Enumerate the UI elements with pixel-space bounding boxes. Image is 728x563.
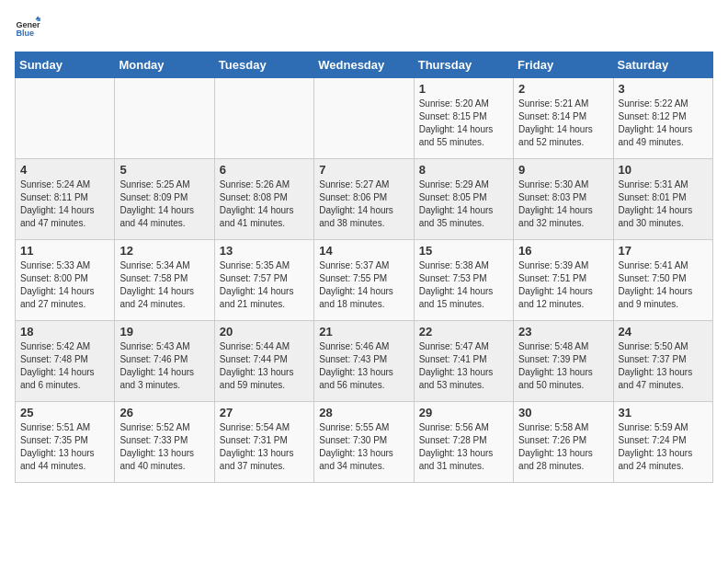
day-info: Sunrise: 5:31 AM Sunset: 8:01 PM Dayligh…: [619, 178, 708, 230]
day-info: Sunrise: 5:43 AM Sunset: 7:46 PM Dayligh…: [119, 340, 209, 392]
day-info: Sunrise: 5:34 AM Sunset: 7:58 PM Dayligh…: [119, 259, 209, 311]
day-number: 29: [419, 406, 508, 419]
day-number: 6: [220, 163, 309, 177]
calendar-body: 1Sunrise: 5:20 AM Sunset: 8:15 PM Daylig…: [16, 78, 713, 483]
calendar-cell: 16Sunrise: 5:39 AM Sunset: 7:51 PM Dayli…: [514, 240, 613, 321]
day-number: 21: [319, 325, 408, 339]
calendar-cell: 27Sunrise: 5:54 AM Sunset: 7:31 PM Dayli…: [214, 402, 313, 483]
day-number: 18: [20, 325, 109, 339]
calendar-cell: 15Sunrise: 5:38 AM Sunset: 7:53 PM Dayli…: [414, 240, 513, 321]
calendar-cell: [16, 78, 115, 159]
day-number: 23: [518, 325, 608, 339]
day-info: Sunrise: 5:22 AM Sunset: 8:12 PM Dayligh…: [619, 98, 708, 149]
day-info: Sunrise: 5:37 AM Sunset: 7:55 PM Dayligh…: [319, 259, 408, 311]
day-number: 19: [119, 325, 209, 339]
day-info: Sunrise: 5:30 AM Sunset: 8:03 PM Dayligh…: [518, 178, 608, 230]
calendar-cell: 26Sunrise: 5:52 AM Sunset: 7:33 PM Dayli…: [115, 402, 214, 483]
calendar-cell: 9Sunrise: 5:30 AM Sunset: 8:03 PM Daylig…: [514, 159, 613, 240]
calendar-cell: 25Sunrise: 5:51 AM Sunset: 7:35 PM Dayli…: [16, 402, 115, 483]
day-info: Sunrise: 5:38 AM Sunset: 7:53 PM Dayligh…: [419, 259, 508, 311]
day-number: 22: [419, 325, 508, 339]
day-number: 31: [619, 406, 708, 419]
day-number: 3: [619, 82, 708, 96]
day-number: 25: [20, 406, 109, 419]
day-number: 1: [419, 82, 508, 96]
calendar-cell: 22Sunrise: 5:47 AM Sunset: 7:41 PM Dayli…: [414, 321, 513, 402]
calendar-cell: 3Sunrise: 5:22 AM Sunset: 8:12 PM Daylig…: [613, 78, 712, 159]
day-number: 15: [419, 244, 508, 258]
day-number: 11: [20, 244, 109, 258]
weekday-header-thursday: Thursday: [414, 52, 513, 78]
calendar-cell: 23Sunrise: 5:48 AM Sunset: 7:39 PM Dayli…: [514, 321, 613, 402]
calendar-cell: 5Sunrise: 5:25 AM Sunset: 8:09 PM Daylig…: [115, 159, 214, 240]
calendar-cell: 29Sunrise: 5:56 AM Sunset: 7:28 PM Dayli…: [414, 402, 513, 483]
calendar-cell: 11Sunrise: 5:33 AM Sunset: 8:00 PM Dayli…: [16, 240, 115, 321]
day-number: 13: [220, 244, 309, 258]
svg-text:Blue: Blue: [16, 29, 34, 38]
day-number: 30: [518, 406, 608, 419]
day-number: 12: [119, 244, 209, 258]
weekday-header-monday: Monday: [115, 52, 214, 78]
calendar-cell: 14Sunrise: 5:37 AM Sunset: 7:55 PM Dayli…: [314, 240, 414, 321]
weekday-header-friday: Friday: [514, 52, 613, 78]
day-info: Sunrise: 5:50 AM Sunset: 7:37 PM Dayligh…: [619, 340, 708, 392]
week-row-2: 4Sunrise: 5:24 AM Sunset: 8:11 PM Daylig…: [16, 159, 713, 240]
calendar-cell: 20Sunrise: 5:44 AM Sunset: 7:44 PM Dayli…: [214, 321, 313, 402]
day-number: 27: [220, 406, 309, 419]
weekday-header-tuesday: Tuesday: [214, 52, 313, 78]
calendar-cell: 18Sunrise: 5:42 AM Sunset: 7:48 PM Dayli…: [16, 321, 115, 402]
day-number: 8: [419, 163, 508, 177]
week-row-4: 18Sunrise: 5:42 AM Sunset: 7:48 PM Dayli…: [16, 321, 713, 402]
day-number: 4: [20, 163, 109, 177]
calendar-cell: 21Sunrise: 5:46 AM Sunset: 7:43 PM Dayli…: [314, 321, 414, 402]
calendar-cell: 1Sunrise: 5:20 AM Sunset: 8:15 PM Daylig…: [414, 78, 513, 159]
logo-icon: General Blue: [15, 15, 40, 40]
calendar-cell: 7Sunrise: 5:27 AM Sunset: 8:06 PM Daylig…: [314, 159, 414, 240]
day-number: 17: [619, 244, 708, 258]
calendar-table: SundayMondayTuesdayWednesdayThursdayFrid…: [15, 52, 713, 483]
calendar-cell: 13Sunrise: 5:35 AM Sunset: 7:57 PM Dayli…: [214, 240, 313, 321]
weekday-header-row: SundayMondayTuesdayWednesdayThursdayFrid…: [16, 52, 713, 78]
day-number: 16: [518, 244, 608, 258]
calendar-cell: 30Sunrise: 5:58 AM Sunset: 7:26 PM Dayli…: [514, 402, 613, 483]
calendar-cell: 8Sunrise: 5:29 AM Sunset: 8:05 PM Daylig…: [414, 159, 513, 240]
day-info: Sunrise: 5:35 AM Sunset: 7:57 PM Dayligh…: [220, 259, 309, 311]
day-info: Sunrise: 5:25 AM Sunset: 8:09 PM Dayligh…: [119, 178, 209, 230]
calendar-cell: 24Sunrise: 5:50 AM Sunset: 7:37 PM Dayli…: [613, 321, 712, 402]
week-row-5: 25Sunrise: 5:51 AM Sunset: 7:35 PM Dayli…: [16, 402, 713, 483]
weekday-header-sunday: Sunday: [16, 52, 115, 78]
calendar-cell: 12Sunrise: 5:34 AM Sunset: 7:58 PM Dayli…: [115, 240, 214, 321]
calendar-cell: 4Sunrise: 5:24 AM Sunset: 8:11 PM Daylig…: [16, 159, 115, 240]
calendar-cell: [214, 78, 313, 159]
day-number: 14: [319, 244, 408, 258]
day-info: Sunrise: 5:20 AM Sunset: 8:15 PM Dayligh…: [419, 98, 508, 149]
calendar-cell: 6Sunrise: 5:26 AM Sunset: 8:08 PM Daylig…: [214, 159, 313, 240]
day-info: Sunrise: 5:33 AM Sunset: 8:00 PM Dayligh…: [20, 259, 109, 311]
day-info: Sunrise: 5:46 AM Sunset: 7:43 PM Dayligh…: [319, 340, 408, 392]
day-info: Sunrise: 5:26 AM Sunset: 8:08 PM Dayligh…: [220, 178, 309, 230]
page-header: General Blue: [15, 15, 713, 40]
day-info: Sunrise: 5:21 AM Sunset: 8:14 PM Dayligh…: [518, 98, 608, 149]
day-info: Sunrise: 5:24 AM Sunset: 8:11 PM Dayligh…: [20, 178, 109, 230]
week-row-3: 11Sunrise: 5:33 AM Sunset: 8:00 PM Dayli…: [16, 240, 713, 321]
weekday-header-wednesday: Wednesday: [314, 52, 414, 78]
calendar-cell: 28Sunrise: 5:55 AM Sunset: 7:30 PM Dayli…: [314, 402, 414, 483]
day-info: Sunrise: 5:27 AM Sunset: 8:06 PM Dayligh…: [319, 178, 408, 230]
day-info: Sunrise: 5:39 AM Sunset: 7:51 PM Dayligh…: [518, 259, 608, 311]
day-info: Sunrise: 5:48 AM Sunset: 7:39 PM Dayligh…: [518, 340, 608, 392]
day-number: 20: [220, 325, 309, 339]
day-info: Sunrise: 5:54 AM Sunset: 7:31 PM Dayligh…: [220, 421, 309, 473]
day-number: 26: [119, 406, 209, 419]
calendar-cell: [314, 78, 414, 159]
day-info: Sunrise: 5:59 AM Sunset: 7:24 PM Dayligh…: [619, 421, 708, 473]
calendar-cell: 31Sunrise: 5:59 AM Sunset: 7:24 PM Dayli…: [613, 402, 712, 483]
day-number: 7: [319, 163, 408, 177]
logo: General Blue: [15, 15, 40, 40]
day-info: Sunrise: 5:55 AM Sunset: 7:30 PM Dayligh…: [319, 421, 408, 473]
day-info: Sunrise: 5:44 AM Sunset: 7:44 PM Dayligh…: [220, 340, 309, 392]
day-info: Sunrise: 5:58 AM Sunset: 7:26 PM Dayligh…: [518, 421, 608, 473]
day-number: 28: [319, 406, 408, 419]
calendar-header: SundayMondayTuesdayWednesdayThursdayFrid…: [16, 52, 713, 78]
weekday-header-saturday: Saturday: [613, 52, 712, 78]
day-number: 2: [518, 82, 608, 96]
